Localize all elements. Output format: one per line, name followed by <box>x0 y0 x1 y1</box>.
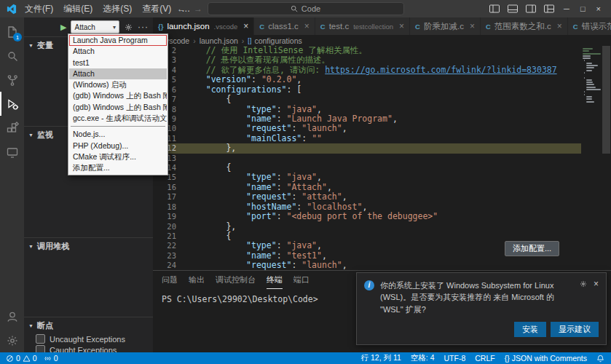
command-center-search[interactable]: Code <box>208 2 404 15</box>
dropdown-item[interactable]: Attach <box>69 46 167 57</box>
maximize-button[interactable]: □ <box>579 4 587 13</box>
toggle-panel-icon[interactable] <box>508 4 518 13</box>
notification-button[interactable]: 显示建议 <box>551 322 599 337</box>
panel-tab[interactable]: 输出 <box>189 271 205 289</box>
menu-item[interactable]: 查看(V) <box>137 0 176 17</box>
minimap[interactable] <box>581 46 602 270</box>
remote-explorer-icon[interactable] <box>0 140 24 164</box>
close-tab-icon[interactable]: × <box>304 21 310 31</box>
code-line[interactable]: 5 "version": "0.2.0", <box>153 75 581 84</box>
panel-tab[interactable]: 终端 <box>267 271 283 289</box>
minimize-button[interactable]: ─ <box>562 4 571 13</box>
close-tab-icon[interactable]: × <box>557 21 562 31</box>
extensions-icon[interactable] <box>0 116 24 140</box>
forward-button[interactable]: → <box>194 4 202 14</box>
account-icon[interactable] <box>0 304 24 328</box>
dropdown-item[interactable]: gcc.exe - 生成和调试活动文件 <box>69 113 167 124</box>
menu-item[interactable]: 文件(F) <box>20 0 58 17</box>
explorer-badge: 1 <box>13 33 22 41</box>
panel-tab[interactable]: 问题 <box>162 271 178 289</box>
code-line[interactable]: 7 { <box>153 95 581 104</box>
back-button[interactable]: ← <box>177 4 186 14</box>
start-debug-icon[interactable]: ▶ <box>60 23 66 31</box>
checkbox[interactable] <box>36 334 45 344</box>
code-line[interactable]: 17 "request": "attach", <box>153 192 581 202</box>
panel-tab[interactable]: 端口 <box>293 271 310 289</box>
add-configuration-button[interactable]: 添加配置... <box>505 241 559 256</box>
breadcrumb-item[interactable]: launch.json <box>200 36 238 45</box>
editor-tab[interactable]: {}launch.json.vscode× <box>153 17 254 35</box>
cursor-position[interactable]: 行 12, 列 11 <box>361 353 401 363</box>
ports-indicator[interactable]: 0 <box>44 354 58 363</box>
editor-tab[interactable]: C范围素数之和.c× <box>481 17 568 35</box>
dropdown-item[interactable]: PHP (Xdebug)... <box>69 141 167 151</box>
dropdown-item[interactable]: test1 <box>69 58 167 68</box>
code-line[interactable]: 6 "configurations": [ <box>153 85 581 95</box>
code-line[interactable]: 20 }, <box>153 222 581 232</box>
code-line[interactable]: 19 "port": "<debug port of the debuggee>… <box>153 212 581 221</box>
language-mode[interactable]: {} JSON with Comments <box>505 354 587 363</box>
close-window-button[interactable]: × <box>595 4 602 13</box>
editor-tab[interactable]: Ctest.ctestcollection× <box>315 17 410 35</box>
close-tab-icon[interactable]: × <box>470 21 475 31</box>
editor-tab[interactable]: C错误示范1.c× <box>568 17 611 35</box>
code-line[interactable]: 11 "mainClass": "" <box>153 134 581 143</box>
code-line[interactable]: 9 "name": "Launch Java Program", <box>153 114 581 124</box>
breadcrumb-item[interactable]: configurations <box>254 36 301 45</box>
notification-button[interactable]: 安装 <box>514 322 546 337</box>
code-line[interactable]: 12 }, <box>153 143 581 153</box>
scrollbar-thumb[interactable] <box>602 46 610 154</box>
menu-item[interactable]: 编辑(E) <box>58 0 98 17</box>
close-notification-icon[interactable]: × <box>594 280 599 288</box>
code-line[interactable]: 10 "request": "launch", <box>153 124 581 133</box>
code-line[interactable]: 13 <box>153 154 581 163</box>
notification-settings-gear-icon[interactable] <box>579 280 588 288</box>
code-line[interactable]: 15 "type": "java", <box>153 173 581 182</box>
search-label: Code <box>301 4 320 13</box>
code-line[interactable]: 4 // 欲了解更多信息, 请访问: https://go.microsoft.… <box>153 66 581 75</box>
source-control-icon[interactable] <box>0 68 24 92</box>
encoding[interactable]: UTF-8 <box>444 354 466 363</box>
eol-sequence[interactable]: CRLF <box>475 354 494 363</box>
explorer-icon[interactable]: 1 <box>0 20 24 44</box>
customize-layout-icon[interactable] <box>544 4 554 13</box>
code-line[interactable]: 3 // 悬停以查看现有属性的描述。 <box>153 55 581 65</box>
close-tab-icon[interactable]: × <box>243 21 248 31</box>
section-callstack[interactable]: ▼ 调用堆栈 <box>24 237 153 254</box>
toggle-secondary-sidebar-icon[interactable] <box>526 4 536 13</box>
dropdown-item[interactable]: Launch Java Program <box>69 35 167 46</box>
panel-tab[interactable]: 调试控制台 <box>216 271 256 289</box>
code-line[interactable]: 21 { <box>153 232 581 241</box>
code-line[interactable]: 16 "name": "Attach", <box>153 183 581 192</box>
toggle-sidebar-icon[interactable] <box>489 4 500 13</box>
editor-tab[interactable]: C阶乘加减.c× <box>410 17 481 35</box>
dropdown-item[interactable]: (Windows) 启动 <box>69 79 167 90</box>
search-view-icon[interactable] <box>0 44 24 68</box>
code-line[interactable]: 18 "hostName": "localhost", <box>153 202 581 212</box>
file-type-icon: C <box>486 23 491 31</box>
run-debug-icon[interactable] <box>0 92 24 116</box>
code-line[interactable]: 24 "request": "launch", <box>153 261 581 270</box>
code-line[interactable]: 14 { <box>153 163 581 173</box>
section-breakpoints[interactable]: ▼ 断点 <box>24 317 153 333</box>
notifications-bell-icon[interactable] <box>596 355 604 363</box>
dropdown-item[interactable]: 添加配置... <box>69 162 167 173</box>
dropdown-item[interactable]: (gdb) Windows 上的 Bash 附加 <box>69 102 167 113</box>
debug-config-select[interactable]: Attach ▾ <box>71 20 119 33</box>
problems-indicator[interactable]: 0 0 <box>6 354 37 363</box>
close-tab-icon[interactable]: × <box>399 21 404 31</box>
editor-tab[interactable]: Cclass1.c× <box>254 17 315 35</box>
dropdown-item[interactable]: CMake 调试程序... <box>69 151 167 162</box>
dropdown-item[interactable]: Attach <box>69 68 167 79</box>
code-line[interactable]: 2 // 使用 IntelliSense 了解相关属性。 <box>153 46 581 55</box>
code-line[interactable]: 8 "type": "java", <box>153 105 581 114</box>
view-more-actions-icon[interactable]: ··· <box>138 22 149 32</box>
debug-settings-gear-icon[interactable] <box>124 23 133 32</box>
dropdown-item[interactable]: (gdb) Windows 上的 Bash 附加 <box>69 90 167 101</box>
indentation[interactable]: 空格: 4 <box>411 353 435 363</box>
breakpoint-item[interactable]: Uncaught Exceptions <box>24 333 153 344</box>
settings-gear-icon[interactable] <box>0 328 24 352</box>
dropdown-item[interactable]: Node.js... <box>69 129 167 140</box>
editor-scrollbar[interactable] <box>602 46 611 270</box>
menu-item[interactable]: 选择(S) <box>98 0 137 17</box>
